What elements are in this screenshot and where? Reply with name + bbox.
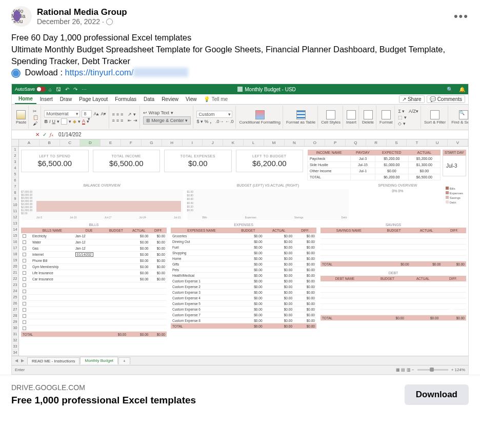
ribbon-tabs: Home Insert Draw Page Layout Formulas Da… xyxy=(12,94,468,105)
chart-spending: SPENDING OVERVIEW 0% 0% Bills Expenses S… xyxy=(353,184,466,220)
tab-draw[interactable]: Draw xyxy=(56,95,75,104)
zoom-level[interactable]: 124% xyxy=(455,368,465,372)
tab-insert[interactable]: Insert xyxy=(36,95,56,104)
post-header: Ratio Media Grou Rational Media Group De… xyxy=(11,6,469,27)
checkbox[interactable] xyxy=(23,234,26,238)
checkbox[interactable] xyxy=(23,253,26,256)
income-table: INCOME NAMEPAYDAYEXPECTEDACTUAL Paycheck… xyxy=(307,150,441,180)
more-button[interactable]: ••• xyxy=(454,10,469,23)
expenses-section: EXPENSES EXPENSES NAMEBUDGETACTUALDIFF. … xyxy=(171,223,316,337)
bell-icon[interactable]: 🔔 xyxy=(459,87,465,92)
merge-center-button[interactable]: ⊞ Merge & Center ▾ xyxy=(143,116,191,125)
cell-styles-button[interactable]: Cell Styles xyxy=(321,110,341,125)
checkbox[interactable] xyxy=(23,320,26,324)
status-mode: Enter xyxy=(15,368,25,372)
formula-bar: ✕✓𝑓ₓ 01/14/202 xyxy=(12,130,468,139)
checkbox[interactable] xyxy=(23,314,26,318)
more-icon[interactable]: ⋯ xyxy=(82,87,87,92)
zoom-out[interactable]: − xyxy=(412,368,414,372)
bulb-icon: 💡 xyxy=(204,96,210,102)
tab-data[interactable]: Data xyxy=(140,95,158,104)
excel-screenshot: AutoSave ⌂ 🖫 ↶ ↷ ⋯ Monthly Budget - USD … xyxy=(11,84,469,375)
wrap-text[interactable]: Wrap Text xyxy=(149,110,169,115)
comments-button[interactable]: 💬Comments xyxy=(427,95,465,103)
format-table-button[interactable]: Format as Table xyxy=(286,110,315,125)
checkbox[interactable] xyxy=(23,265,26,269)
format-button[interactable]: Format xyxy=(379,110,392,125)
post-body: Free 60 Day 1,000 professional Excel tem… xyxy=(11,32,469,78)
card-total-expenses: TOTAL EXPENSES$0.00 xyxy=(164,150,232,172)
active-cell[interactable]: 01/14/202 xyxy=(75,252,93,257)
cancel-icon[interactable]: ✕ xyxy=(35,132,39,138)
svg-rect-0 xyxy=(237,87,243,92)
checkbox[interactable] xyxy=(23,277,26,281)
tab-review[interactable]: Review xyxy=(158,95,182,104)
checkbox[interactable] xyxy=(23,283,26,287)
sheet-content[interactable]: LEFT TO SPEND$6,500.00 TOTAL INCOME$6,50… xyxy=(19,147,468,356)
formula-input[interactable]: 01/14/202 xyxy=(56,132,468,137)
autosave-toggle[interactable] xyxy=(36,87,46,92)
home-icon[interactable]: ⌂ xyxy=(49,87,52,92)
checkbox[interactable] xyxy=(23,308,26,312)
tab-view[interactable]: View xyxy=(182,95,201,104)
status-bar: Enter ▦ ▤ ▥ − + 124% xyxy=(12,365,468,374)
sheet-nav-prev[interactable]: ◀ xyxy=(15,358,18,363)
checkbox[interactable] xyxy=(23,240,26,244)
confirm-icon[interactable]: ✓ xyxy=(43,132,47,138)
checkbox[interactable] xyxy=(23,290,26,293)
cond-format-button[interactable]: Conditional Formatting xyxy=(239,110,280,125)
sheet-nav-next[interactable]: ▶ xyxy=(21,358,24,363)
link-title: Free 1,000 professional Excel templates xyxy=(11,395,196,406)
paste-button[interactable]: Paste xyxy=(16,110,26,125)
avatar[interactable]: Ratio Media Grou xyxy=(11,6,32,27)
find-select-button[interactable]: 🔍Find & Select xyxy=(451,110,468,125)
fx-icon[interactable]: 𝑓ₓ xyxy=(50,132,53,138)
start-day-card: START DAY Jul-3 xyxy=(443,150,466,180)
chart-budget-actual: BUDGET (LEFT) VS ACTUAL (RIGHT) $1.00$0.… xyxy=(187,184,349,220)
search-icon[interactable]: 🔍 xyxy=(447,87,453,92)
autosave-label: AutoSave xyxy=(15,87,35,92)
tab-formulas[interactable]: Formulas xyxy=(111,95,140,104)
save-icon[interactable]: 🖫 xyxy=(56,87,61,92)
doc-title: Monthly Budget - USD xyxy=(245,87,296,92)
font-size-select[interactable]: 8 xyxy=(82,110,92,117)
post-date: December 26, 2022 · xyxy=(37,17,449,26)
checkbox[interactable] xyxy=(23,247,26,250)
undo-icon[interactable]: ↶ xyxy=(65,87,69,92)
sheet-tabs: ◀ ▶ READ ME - Instructions Monthly Budge… xyxy=(12,356,468,365)
checkbox[interactable] xyxy=(23,271,26,275)
checkbox[interactable] xyxy=(23,327,26,330)
delete-button[interactable]: Delete xyxy=(362,110,374,125)
tab-page-layout[interactable]: Page Layout xyxy=(75,95,111,104)
view-break-icon[interactable]: ▥ xyxy=(407,368,411,372)
checkbox[interactable] xyxy=(23,259,26,262)
sort-filter-button[interactable]: Sort & Filter xyxy=(424,110,446,125)
link-preview[interactable]: DRIVE.GOOGLE.COM Free 1,000 professional… xyxy=(0,375,480,418)
font-select[interactable]: Montserrat xyxy=(44,110,80,117)
globe-icon[interactable] xyxy=(106,18,113,25)
sheet-tab-readme[interactable]: READ ME - Instructions xyxy=(27,357,79,364)
link-source: DRIVE.GOOGLE.COM xyxy=(11,383,196,392)
globe-icon xyxy=(11,69,21,78)
checkbox[interactable] xyxy=(23,302,26,306)
sheet-tab-budget[interactable]: Monthly Budget xyxy=(80,357,118,364)
tab-home[interactable]: Home xyxy=(15,94,36,104)
sheet-tab-add[interactable]: + xyxy=(118,357,130,364)
excel-titlebar: AutoSave ⌂ 🖫 ↶ ↷ ⋯ Monthly Budget - USD … xyxy=(12,84,468,94)
sound-icon[interactable] xyxy=(448,303,460,317)
view-normal-icon[interactable]: ▦ xyxy=(396,368,400,372)
author-name[interactable]: Rational Media Group xyxy=(37,7,449,17)
row-headers: 1234567891011121314151617181920212223242… xyxy=(12,147,19,356)
zoom-in[interactable]: + xyxy=(451,368,454,372)
download-button[interactable]: Download xyxy=(405,384,469,405)
download-link[interactable]: https://tinyurl.com/ xyxy=(65,68,134,77)
insert-button[interactable]: Insert xyxy=(346,110,356,125)
tell-me[interactable]: Tell me xyxy=(211,96,228,102)
number-format[interactable]: Custom xyxy=(196,111,232,118)
view-page-icon[interactable]: ▤ xyxy=(401,368,405,372)
checkbox[interactable] xyxy=(23,296,26,299)
column-headers: ABCDEFGHIJKLMNOPQRSTUV xyxy=(12,139,468,147)
zoom-slider[interactable] xyxy=(417,369,448,371)
share-button[interactable]: ↗Share xyxy=(399,95,425,103)
redo-icon[interactable]: ↷ xyxy=(73,87,77,92)
